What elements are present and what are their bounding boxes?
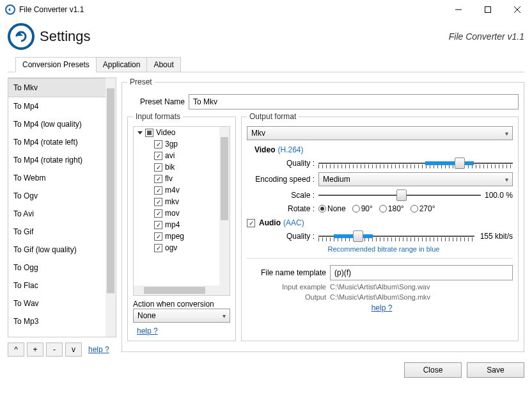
svg-point-5 xyxy=(9,24,33,49)
preset-item[interactable]: To Mp4 (low quality) xyxy=(8,115,116,133)
tree-leaf[interactable]: ogv xyxy=(165,243,177,252)
brand-label: File Converter v1.1 xyxy=(449,31,524,42)
preset-item[interactable]: To Wav xyxy=(8,294,116,312)
preset-item[interactable]: To Mp4 xyxy=(8,97,116,115)
remove-preset-button[interactable]: - xyxy=(46,343,63,357)
tab-about[interactable]: About xyxy=(146,57,180,72)
preset-name-input[interactable] xyxy=(189,94,519,109)
tab-application[interactable]: Application xyxy=(96,57,148,72)
input-formats-tree[interactable]: Video 3gp avi bik flv m4v mkv mov mp4 mp… xyxy=(133,126,230,296)
input-formats-fieldset: Input formats Video 3gp avi bik flv m4v … xyxy=(127,112,236,341)
tab-conversion-presets[interactable]: Conversion Presets xyxy=(15,57,97,72)
preset-scrollbar[interactable] xyxy=(106,78,116,337)
preset-item[interactable]: To Mp3 xyxy=(8,312,116,330)
audio-quality-slider[interactable] xyxy=(318,230,474,243)
output-format-dropdown[interactable]: Mkv▾ xyxy=(247,126,513,140)
footer: Close Save xyxy=(0,357,532,383)
video-codec-label: (H.264) xyxy=(278,145,303,154)
save-button[interactable]: Save xyxy=(467,362,524,378)
tree-leaf[interactable]: flv xyxy=(165,174,173,183)
preset-item[interactable]: To Avi xyxy=(8,205,116,223)
move-down-button[interactable]: v xyxy=(65,343,82,357)
checkbox[interactable] xyxy=(154,209,162,218)
close-button[interactable] xyxy=(503,0,532,19)
minimize-button[interactable] xyxy=(444,0,473,19)
output-format-legend: Output format xyxy=(247,112,299,121)
video-quality-label: Quality : xyxy=(254,159,318,168)
audio-section-label: Audio xyxy=(259,218,281,227)
tree-leaf[interactable]: mpeg xyxy=(165,232,184,241)
app-icon xyxy=(5,4,15,15)
tree-leaf[interactable]: mkv xyxy=(165,197,179,206)
tabstrip: Conversion Presets Application About xyxy=(8,56,524,72)
input-example-label: Input example xyxy=(247,283,330,291)
expand-icon[interactable] xyxy=(137,131,143,134)
help-link[interactable]: help ? xyxy=(88,345,109,354)
audio-codec-label: (AAC) xyxy=(283,218,304,227)
add-preset-button[interactable]: + xyxy=(27,343,43,357)
filename-template-input[interactable] xyxy=(330,265,513,280)
preset-item[interactable]: To Gif xyxy=(8,223,116,241)
encoding-speed-dropdown[interactable]: Medium▾ xyxy=(318,172,513,186)
tree-leaf[interactable]: mov xyxy=(165,209,180,218)
output-example-label: Output xyxy=(247,293,330,301)
tree-leaf[interactable]: avi xyxy=(165,151,175,160)
help-link[interactable]: help ? xyxy=(137,326,158,335)
page-title: Settings xyxy=(40,28,449,45)
checkbox[interactable] xyxy=(154,163,162,172)
checkbox-mixed[interactable] xyxy=(145,129,153,137)
output-example-value: C:\Music\Artist\Album\Song.mkv xyxy=(330,293,430,301)
chevron-down-icon: ▾ xyxy=(505,130,508,137)
checkbox[interactable] xyxy=(154,232,162,241)
rotate-label: Rotate : xyxy=(254,204,318,213)
chevron-down-icon: ▾ xyxy=(223,312,226,319)
preset-item[interactable]: To Webm xyxy=(8,169,116,187)
titlebar: File Converter v1.1 xyxy=(0,0,532,19)
preset-list[interactable]: To Mkv To Mp4 To Mp4 (low quality) To Mp… xyxy=(8,77,116,337)
scale-label: Scale : xyxy=(254,191,318,200)
checkbox[interactable] xyxy=(154,186,162,195)
preset-item[interactable]: To Mp4 (rotate left) xyxy=(8,133,116,151)
video-quality-slider[interactable] xyxy=(318,157,513,170)
scale-slider[interactable] xyxy=(318,189,481,202)
help-link[interactable]: help ? xyxy=(372,303,393,312)
audio-quality-value: 155 kbit/s xyxy=(474,232,513,241)
preset-name-label: Preset Name xyxy=(127,97,185,106)
preset-item[interactable]: To Flac xyxy=(8,277,116,294)
action-dropdown[interactable]: None▾ xyxy=(133,309,230,323)
tree-leaf[interactable]: 3gp xyxy=(165,140,178,149)
rotate-270-radio[interactable] xyxy=(411,205,418,213)
checkbox[interactable] xyxy=(154,221,162,229)
tree-hscrollbar[interactable] xyxy=(134,286,230,295)
checkbox[interactable] xyxy=(154,152,162,160)
tree-leaf[interactable]: mp4 xyxy=(165,220,180,229)
rotate-90-radio[interactable] xyxy=(352,205,360,213)
tree-vscrollbar[interactable] xyxy=(219,127,230,286)
checkbox[interactable] xyxy=(154,244,162,252)
tree-leaf[interactable]: m4v xyxy=(165,186,180,195)
checkbox[interactable] xyxy=(154,140,162,149)
preset-item[interactable]: To Gif (low quality) xyxy=(8,241,116,259)
input-formats-legend: Input formats xyxy=(133,112,183,121)
preset-item[interactable]: To Mp4 (rotate right) xyxy=(8,151,116,169)
tree-node-video[interactable]: Video xyxy=(156,128,175,137)
preset-item[interactable]: To Mkv xyxy=(8,78,116,97)
svg-rect-2 xyxy=(485,7,491,13)
tree-leaf[interactable]: bik xyxy=(165,163,175,172)
close-button[interactable]: Close xyxy=(404,362,462,378)
rotate-180-radio[interactable] xyxy=(379,205,387,213)
app-logo-icon xyxy=(8,23,35,50)
filename-template-label: File name template xyxy=(247,268,330,277)
maximize-button[interactable] xyxy=(473,0,503,19)
input-example-value: C:\Music\Artist\Album\Song.wav xyxy=(330,283,430,291)
rotate-none-radio[interactable] xyxy=(318,205,326,213)
preset-item[interactable]: To Ogv xyxy=(8,187,116,205)
checkbox[interactable] xyxy=(154,198,162,206)
video-section-label: Video xyxy=(254,145,275,154)
audio-checkbox[interactable] xyxy=(247,219,255,227)
move-up-button[interactable]: ^ xyxy=(8,343,24,357)
preset-item[interactable]: To Ogg xyxy=(8,259,116,277)
chevron-down-icon: ▾ xyxy=(505,176,508,183)
action-label: Action when conversion xyxy=(133,300,230,309)
checkbox[interactable] xyxy=(154,175,162,183)
